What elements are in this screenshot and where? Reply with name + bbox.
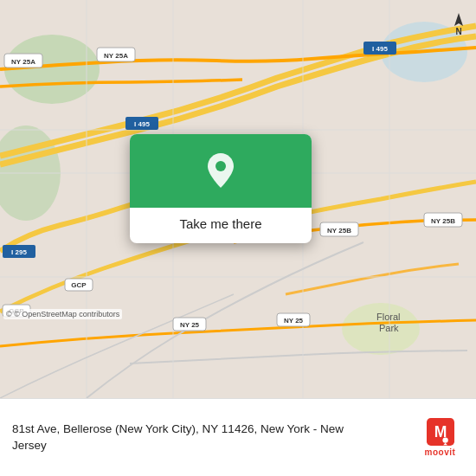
moovit-text: moovit xyxy=(425,447,456,457)
address-text: 81st Ave, Bellerose (New York City), NY … xyxy=(12,421,376,454)
svg-text:NY 25B: NY 25B xyxy=(327,227,351,235)
svg-point-38 xyxy=(215,161,226,171)
take-me-there-label[interactable]: Take me there xyxy=(179,216,261,231)
svg-text:I 495: I 495 xyxy=(134,120,150,128)
moovit-icon: M xyxy=(427,418,454,446)
svg-point-41 xyxy=(442,437,447,442)
popup-map-preview xyxy=(130,134,312,208)
moovit-logo: M moovit xyxy=(416,418,464,457)
svg-text:NY 25A: NY 25A xyxy=(104,52,128,60)
svg-text:Floral: Floral xyxy=(376,312,401,322)
take-me-there-popup[interactable]: Take me there xyxy=(130,134,312,243)
map-container: NY 25A NY 25A I 495 I 495 I 295 NY 25B N… xyxy=(0,0,476,398)
svg-text:NY 25: NY 25 xyxy=(180,321,200,329)
svg-text:NY 25: NY 25 xyxy=(284,317,304,325)
osm-credit: © © OpenStreetMap contributors xyxy=(3,309,122,319)
svg-text:NY 25A: NY 25A xyxy=(11,58,35,66)
copyright-symbol: © xyxy=(6,310,12,318)
location-pin-icon xyxy=(204,151,237,190)
svg-text:N: N xyxy=(455,27,461,36)
svg-text:GCP: GCP xyxy=(71,281,87,289)
svg-text:I 495: I 495 xyxy=(372,45,388,53)
svg-text:NY 25B: NY 25B xyxy=(431,217,455,225)
info-bar: 81st Ave, Bellerose (New York City), NY … xyxy=(0,398,476,476)
svg-text:I 295: I 295 xyxy=(11,248,27,256)
svg-text:Park: Park xyxy=(379,323,399,333)
